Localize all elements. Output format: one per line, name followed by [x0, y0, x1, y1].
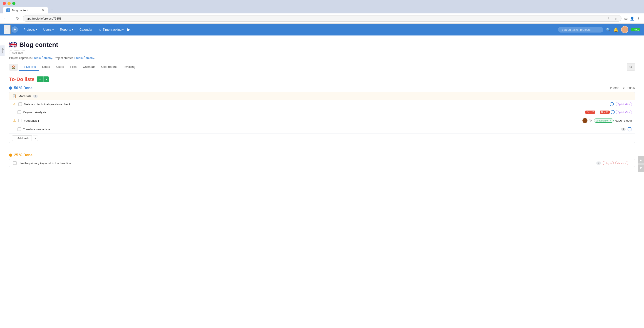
- scroll-down-button[interactable]: ▼: [638, 165, 644, 172]
- task-name[interactable]: Keyword Analysis: [23, 111, 583, 114]
- tab-users[interactable]: Users: [53, 63, 67, 71]
- consultation-tag[interactable]: consultation ×: [594, 118, 614, 123]
- tab-files[interactable]: Files: [67, 63, 80, 71]
- play-button[interactable]: ▶: [127, 27, 130, 32]
- address-text: app.freelo.io/project/75353: [26, 17, 605, 20]
- project-header: 🇬🇧 Blog content Add label Project captai…: [9, 41, 635, 60]
- back-button[interactable]: ‹: [4, 16, 6, 21]
- browser-tab[interactable]: F Blog content ✕: [3, 7, 48, 14]
- search-input[interactable]: [558, 27, 603, 33]
- help-sidebar[interactable]: Help: [0, 46, 4, 56]
- task-avatar: [582, 118, 588, 123]
- task-checkbox[interactable]: [18, 119, 22, 122]
- table-row: ⚠ Feedback 1 ↻ consultation × €300 3:00 …: [9, 116, 635, 125]
- reload-button[interactable]: ↻: [15, 16, 20, 22]
- task-time: 3:00 h: [624, 119, 632, 122]
- task-checkbox[interactable]: [18, 110, 21, 114]
- projects-chevron-icon: ▾: [36, 29, 37, 31]
- main-content: 🇬🇧 Blog content Add label Project captai…: [0, 36, 644, 328]
- bookmark-icon[interactable]: ☆: [615, 17, 618, 20]
- nav-reports[interactable]: Reports ▾: [57, 26, 76, 33]
- check-tag-close-icon[interactable]: ×: [625, 162, 626, 165]
- task-checkbox[interactable]: [18, 127, 21, 131]
- close-dot[interactable]: [3, 2, 6, 5]
- task-group-materials: 📋 Materials 1 ⚠ Meta and technical quest…: [9, 92, 635, 143]
- check-tag[interactable]: check ×: [615, 161, 628, 165]
- download-icon[interactable]: ⬇: [607, 17, 610, 20]
- more-tags-button[interactable]: ...: [630, 161, 632, 165]
- task-price: €300: [616, 119, 622, 122]
- task-status-circle[interactable]: [610, 102, 614, 106]
- task-checkbox[interactable]: [13, 161, 16, 165]
- tab-calendar[interactable]: Calendar: [80, 63, 98, 71]
- tab-close-button[interactable]: ✕: [42, 9, 44, 12]
- warning-icon: ⚠: [13, 102, 16, 106]
- blog-tag-close-icon[interactable]: ×: [610, 162, 612, 165]
- task-name[interactable]: Meta and technical questions check: [24, 103, 608, 106]
- task-name[interactable]: Feedback 1: [24, 119, 581, 122]
- blog-tag[interactable]: blog ×: [603, 161, 614, 165]
- tab-invoicing[interactable]: Invoicing: [120, 63, 138, 71]
- sprint-close-icon[interactable]: ×: [628, 111, 630, 113]
- tab-cost-reports[interactable]: Cost reports: [98, 63, 120, 71]
- settings-button[interactable]: ⚙: [627, 63, 635, 71]
- tab-notes[interactable]: Notes: [39, 63, 53, 71]
- task-group-header: 📋 Materials 1: [9, 92, 635, 100]
- task-checkbox[interactable]: [18, 102, 22, 106]
- task-name[interactable]: Translate new article: [23, 128, 619, 131]
- captain-link[interactable]: Freelo Šablony: [32, 56, 52, 60]
- forward-button[interactable]: ›: [9, 16, 12, 21]
- task-name[interactable]: Use the primary keyword in the headline: [18, 161, 594, 165]
- user-avatar[interactable]: [621, 26, 628, 33]
- time-icon: ⏱: [623, 86, 626, 90]
- add-task-button[interactable]: + Add task: [12, 135, 32, 141]
- list-dot: [9, 86, 12, 90]
- date-arrow-icon: →: [596, 111, 599, 114]
- tab-todo-lists[interactable]: To-Do lists: [19, 63, 39, 71]
- nav-projects[interactable]: Projects ▾: [21, 26, 40, 33]
- add-task-dropdown-button[interactable]: ▾: [33, 135, 38, 141]
- profile-icon[interactable]: 👤: [630, 16, 634, 21]
- repeat-icon[interactable]: ↻: [589, 119, 592, 122]
- search-icon[interactable]: 🔍: [606, 28, 610, 32]
- task-status-spinner: [628, 127, 632, 131]
- add-button[interactable]: +: [12, 26, 18, 33]
- maximize-dot[interactable]: [12, 2, 16, 5]
- scroll-up-button[interactable]: ▲: [638, 156, 644, 163]
- list2-title-row: 25 % Done: [9, 153, 635, 157]
- minimize-dot[interactable]: [8, 2, 11, 5]
- list-25-done: 25 % Done Use the primary keyword in the…: [9, 153, 635, 167]
- add-label-button[interactable]: Add label: [9, 50, 26, 55]
- share-icon[interactable]: ↑: [611, 17, 613, 20]
- sprint-badge[interactable]: Sprint #5 ×: [616, 110, 632, 114]
- home-button[interactable]: ⌂: [4, 25, 11, 34]
- notifications-icon[interactable]: 🔔: [613, 27, 618, 32]
- created-link[interactable]: Freelo Šablony: [74, 56, 94, 60]
- task-group-name: Materials: [18, 94, 31, 98]
- table-row: ⚠ Meta and technical questions check Spr…: [9, 100, 635, 108]
- task-group-icon: 📋: [12, 94, 16, 98]
- new-tab-button[interactable]: +: [49, 7, 55, 14]
- list-meta: ₡ €300 ⏱ 3:00 h: [610, 86, 635, 90]
- task-group-list2: Use the primary keyword in the headline …: [9, 159, 635, 167]
- users-chevron-icon: ▾: [52, 29, 54, 31]
- task-status-circle[interactable]: [610, 110, 615, 114]
- split-view-icon[interactable]: ▭: [624, 16, 628, 21]
- cost-icon: ₡: [610, 86, 612, 90]
- sprint-close-icon[interactable]: ×: [628, 103, 630, 106]
- list2-title[interactable]: 25 % Done: [14, 153, 32, 157]
- list-time: 3:00 h: [627, 86, 635, 90]
- list-title-row: 50 % Done ₡ €300 ⏱ 3:00 h: [9, 86, 635, 90]
- list-title[interactable]: 50 % Done: [14, 86, 32, 90]
- address-bar[interactable]: app.freelo.io/project/75353 ⬇ ↑ ☆: [23, 15, 622, 22]
- add-list-dropdown-button[interactable]: ▾: [43, 76, 49, 82]
- nav-calendar[interactable]: Calendar: [77, 26, 95, 33]
- tab-home[interactable]: 🏠: [9, 64, 18, 71]
- extensions-icon[interactable]: ⋮: [637, 16, 640, 21]
- add-list-button[interactable]: +: [37, 76, 43, 82]
- nav-time-tracking[interactable]: ⏱ Time tracking ▾: [96, 26, 126, 33]
- sprint-badge[interactable]: Sprint #6 ×: [616, 102, 632, 106]
- todo-section-header: To-Do lists + ▾: [9, 76, 635, 82]
- nav-users[interactable]: Users ▾: [40, 26, 56, 33]
- tag-close-icon[interactable]: ×: [610, 119, 611, 122]
